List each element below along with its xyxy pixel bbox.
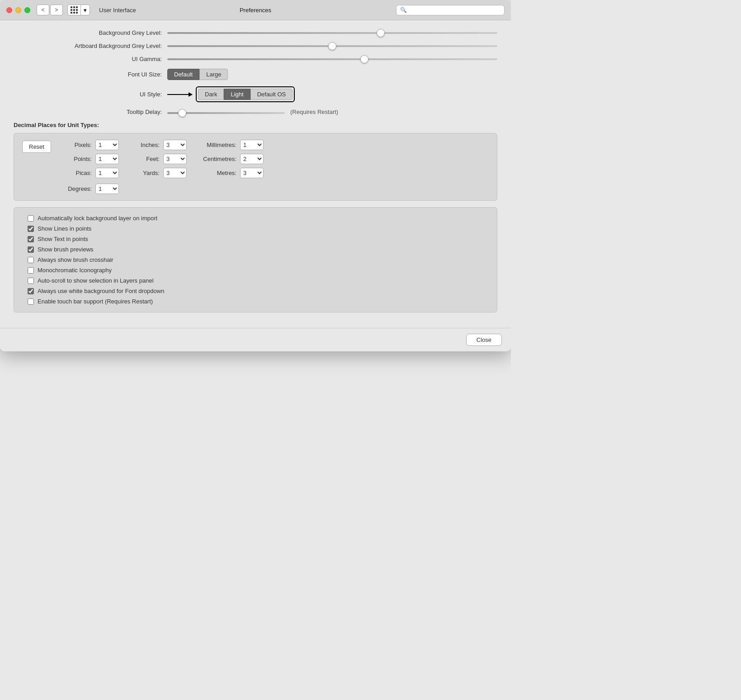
checkbox-label-6: Auto-scroll to show selection in Layers … [38,277,154,284]
yards-select[interactable]: 12345 [163,168,187,178]
font-ui-size-label: Font UI Size: [14,71,167,78]
ui-gamma-slider[interactable] [167,58,497,60]
inches-select[interactable]: 12345 [163,140,187,150]
font-ui-size-group: Default Large [167,69,228,80]
decimal-yards-row: Yards: 12345 [128,168,187,178]
decimal-places-panel: Reset Pixels: 12345 Points: 12345 [14,133,497,201]
bg-grey-row: Background Grey Level: [14,29,497,36]
window-title: Preferences [240,7,271,14]
ui-style-highlight: Dark Light Default OS [196,86,295,102]
tooltip-delay-label: Tooltip Delay: [14,109,167,115]
forward-button[interactable]: > [50,5,63,15]
degrees-label: Degrees: [60,185,92,192]
points-label: Points: [60,156,92,162]
checkbox-show-text[interactable] [28,236,34,242]
points-select[interactable]: 12345 [95,154,119,164]
decimal-col-3: Millimetres: 12345 Centimetres: 12345 Me… [196,140,264,178]
ui-gamma-label: UI Gamma: [14,56,167,62]
ui-style-light-button[interactable]: Light [224,89,250,100]
centimetres-label: Centimetres: [196,156,236,162]
feet-label: Feet: [128,156,160,162]
checkbox-row-5: Monochromatic Iconography [28,267,483,274]
arrow-line [167,94,192,95]
decimal-inches-row: Inches: 12345 [128,140,187,150]
reset-button[interactable]: Reset [22,141,51,153]
font-ui-size-row: Font UI Size: Default Large [14,69,497,80]
checkbox-row-4: Always show brush crosshair [28,256,483,263]
checkbox-touch-bar[interactable] [28,298,34,305]
metres-label: Metres: [196,170,236,176]
ui-style-defaultos-button[interactable]: Default OS [250,89,293,100]
checkbox-brush-crosshair[interactable] [28,257,34,263]
picas-label: Picas: [60,170,92,176]
decimal-panel-inner: Reset Pixels: 12345 Points: 12345 [22,140,489,194]
bg-grey-label: Background Grey Level: [14,29,167,36]
millimetres-select[interactable]: 12345 [240,140,264,150]
picas-select[interactable]: 12345 [95,168,119,178]
ui-style-dark-button[interactable]: Dark [198,89,224,100]
checkbox-show-lines[interactable] [28,226,34,232]
chevron-down-icon[interactable]: ▾ [81,5,90,15]
inches-label: Inches: [128,142,160,148]
pixels-label: Pixels: [60,142,92,148]
close-traffic-light[interactable] [6,7,12,13]
checkbox-row-0: Automatically lock background layer on i… [28,215,483,222]
checkbox-row-3: Show brush previews [28,246,483,253]
degrees-select[interactable]: 12345 [95,184,119,194]
checkbox-auto-lock[interactable] [28,215,34,222]
bg-grey-slider-container [167,32,497,34]
arrow-head [189,92,193,97]
search-box[interactable]: 🔍 [396,5,505,15]
preferences-window: < > ▾ User Interface Preferences 🔍 [0,0,511,351]
decimal-millimetres-row: Millimetres: 12345 [196,140,264,150]
decimal-degrees-row: Degrees: 12345 [60,184,119,194]
checkbox-monochromatic[interactable] [28,267,34,274]
artboard-grey-slider[interactable] [167,45,497,47]
checkbox-label-8: Enable touch bar support (Requires Resta… [38,298,153,305]
checkbox-white-bg-font[interactable] [28,288,34,294]
ui-style-group: Dark Light Default OS [198,89,293,100]
ui-style-row: UI Style: Dark Light Default OS [14,86,497,102]
checkbox-auto-scroll[interactable] [28,278,34,284]
section-label: User Interface [99,7,136,14]
centimetres-select[interactable]: 12345 [240,154,264,164]
ui-gamma-row: UI Gamma: [14,56,497,62]
checkbox-label-0: Automatically lock background layer on i… [38,215,157,222]
titlebar: < > ▾ User Interface Preferences 🔍 [0,0,511,20]
checkbox-row-2: Show Text in points [28,236,483,242]
ui-style-label: UI Style: [14,91,167,98]
checkbox-row-7: Always use white background for Font dro… [28,288,483,294]
close-button[interactable]: Close [466,334,502,346]
artboard-grey-row: Artboard Background Grey Level: [14,43,497,49]
bottom-bar: Close [0,328,511,351]
decimal-points-row: Points: 12345 [60,154,119,164]
pixels-select[interactable]: 12345 [95,140,119,150]
checkbox-show-brush[interactable] [28,246,34,253]
preferences-content: Background Grey Level: Artboard Backgrou… [0,20,511,328]
checkbox-label-1: Show Lines in points [38,225,91,232]
decimal-col-1: Pixels: 12345 Points: 12345 Picas: [60,140,119,194]
bg-grey-slider[interactable] [167,32,497,34]
font-size-large-button[interactable]: Large [199,69,228,80]
nav-buttons: < > [37,5,63,15]
ui-gamma-slider-container [167,58,497,60]
decimal-metres-row: Metres: 12345 [196,168,264,178]
search-input[interactable] [409,7,500,14]
tooltip-delay-slider[interactable] [167,112,285,114]
traffic-lights [6,7,30,13]
maximize-traffic-light[interactable] [24,7,30,13]
decimal-feet-row: Feet: 12345 [128,154,187,164]
checkbox-label-3: Show brush previews [38,246,94,253]
checkbox-row-6: Auto-scroll to show selection in Layers … [28,277,483,284]
minimize-traffic-light[interactable] [15,7,21,13]
tooltip-delay-slider-container [167,109,285,115]
back-button[interactable]: < [37,5,49,15]
grid-icon [68,5,81,15]
decimal-picas-row: Picas: 12345 [60,168,119,178]
metres-select[interactable]: 12345 [240,168,264,178]
view-switcher[interactable]: ▾ [67,5,90,15]
decimal-pixels-row: Pixels: 12345 [60,140,119,150]
font-size-default-button[interactable]: Default [167,69,199,80]
feet-select[interactable]: 12345 [163,154,187,164]
checkboxes-panel: Automatically lock background layer on i… [14,207,497,312]
